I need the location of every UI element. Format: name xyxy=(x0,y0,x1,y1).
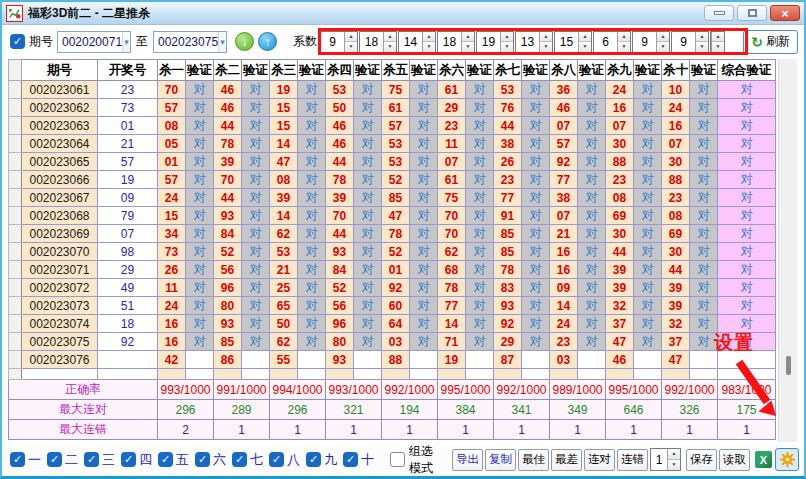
position-checkbox-4[interactable]: ✓ xyxy=(121,452,136,467)
row-header-cell[interactable] xyxy=(9,351,22,369)
coefficient-spinner-10-down-icon[interactable]: ▼ xyxy=(696,42,708,52)
move-up-button[interactable]: ↑ xyxy=(258,32,277,51)
coefficient-spinner-8-value[interactable]: 6 xyxy=(594,32,617,52)
refresh-button[interactable]: ↻ 刷新 xyxy=(743,30,798,54)
coefficient-spinner-6-value[interactable]: 13 xyxy=(516,32,539,52)
coefficient-spinner-10-value[interactable]: 9 xyxy=(672,32,695,52)
coefficient-spinner-3-value[interactable]: 14 xyxy=(399,32,422,52)
coefficient-spinner-1-up-icon[interactable]: ▲ xyxy=(345,32,357,43)
row-header-cell[interactable] xyxy=(9,99,22,117)
row-header-cell[interactable] xyxy=(9,135,22,153)
column-header: 杀十 xyxy=(662,60,690,81)
save-button[interactable]: 保存 xyxy=(686,449,717,471)
coefficient-spinner-2-up-icon[interactable]: ▲ xyxy=(384,32,396,43)
row-header-cell[interactable] xyxy=(9,279,22,297)
copy-button[interactable]: 复制 xyxy=(485,449,516,471)
best-button[interactable]: 最佳 xyxy=(518,449,549,471)
cell-verify: 对 xyxy=(690,207,718,225)
cell-period: 002023062 xyxy=(22,99,98,117)
streak-right-button[interactable]: 连对 xyxy=(584,449,615,471)
coefficient-spinner-6-down-icon[interactable]: ▼ xyxy=(540,42,552,52)
settings-button[interactable] xyxy=(775,448,799,471)
move-down-button[interactable]: ↓ xyxy=(235,32,254,51)
chevron-down-icon[interactable]: ▾ xyxy=(122,32,130,52)
position-checkbox-7[interactable]: ✓ xyxy=(232,452,247,467)
period-checkbox[interactable]: ✓ xyxy=(10,34,25,49)
coefficient-spinner-10-up-icon[interactable]: ▲ xyxy=(696,32,708,43)
row-header-cell[interactable] xyxy=(9,243,22,261)
coefficient-spinner-3-down-icon[interactable]: ▼ xyxy=(423,42,435,52)
position-checkbox-1[interactable]: ✓ xyxy=(10,452,25,467)
row-header-cell[interactable] xyxy=(9,153,22,171)
scrollbar-thumb[interactable] xyxy=(786,356,791,375)
coefficient-spinner-extra-up-icon[interactable]: ▲ xyxy=(712,32,724,43)
coefficient-spinner-7-down-icon[interactable]: ▼ xyxy=(579,42,591,52)
coefficient-spinner-9-value[interactable]: 9 xyxy=(633,32,656,52)
coefficient-spinner-2-down-icon[interactable]: ▼ xyxy=(384,42,396,52)
position-checkbox-9[interactable]: ✓ xyxy=(306,452,321,467)
range-to-combo[interactable]: 002023075 ▾ xyxy=(153,31,227,53)
cell-verify: 对 xyxy=(410,333,438,351)
load-button[interactable]: 读取 xyxy=(719,449,750,471)
cell-kill: 29 xyxy=(438,99,466,117)
cell-kill: 92 xyxy=(382,279,410,297)
row-header-cell[interactable] xyxy=(9,225,22,243)
row-header-cell[interactable] xyxy=(9,333,22,351)
coefficient-spinner-4-value[interactable]: 18 xyxy=(438,32,461,52)
row-header-cell[interactable] xyxy=(9,189,22,207)
coefficient-spinner-9-up-icon[interactable]: ▲ xyxy=(657,32,669,43)
row-header-cell[interactable] xyxy=(9,117,22,135)
position-checkbox-10[interactable]: ✓ xyxy=(343,452,358,467)
coefficient-spinner-1-value[interactable]: 9 xyxy=(321,32,344,52)
close-button[interactable]: × xyxy=(770,5,800,21)
cell-kill: 96 xyxy=(214,279,242,297)
row-header-cell[interactable] xyxy=(9,171,22,189)
cell-kill: 30 xyxy=(606,135,634,153)
count-spinner-value[interactable]: 1 xyxy=(651,449,667,470)
coefficient-spinner-3-up-icon[interactable]: ▲ xyxy=(423,32,435,43)
coefficient-spinner-8-down-icon[interactable]: ▼ xyxy=(618,42,630,52)
export-button[interactable]: 导出 xyxy=(452,449,483,471)
coefficient-spinner-9-down-icon[interactable]: ▼ xyxy=(657,42,669,52)
row-header-cell[interactable] xyxy=(9,207,22,225)
coefficient-spinner-5-up-icon[interactable]: ▲ xyxy=(501,32,513,43)
coefficient-spinner-6-up-icon[interactable]: ▲ xyxy=(540,32,552,43)
coefficient-spinner-7-value[interactable]: 15 xyxy=(555,32,578,52)
maximize-button[interactable] xyxy=(737,5,767,21)
spinner-down-icon[interactable]: ▼ xyxy=(668,460,680,470)
row-header-cell[interactable] xyxy=(9,261,22,279)
worst-button[interactable]: 最差 xyxy=(551,449,582,471)
summary-value: 194 xyxy=(382,400,438,420)
position-checkbox-6[interactable]: ✓ xyxy=(195,452,210,467)
cell-kill: 38 xyxy=(550,189,578,207)
coefficient-spinner-8-up-icon[interactable]: ▲ xyxy=(618,32,630,43)
coefficient-spinner-5-down-icon[interactable]: ▼ xyxy=(501,42,513,52)
coefficient-spinner-extra-down-icon[interactable]: ▼ xyxy=(712,42,724,52)
coefficient-spinner-4-up-icon[interactable]: ▲ xyxy=(462,32,474,43)
excel-icon[interactable]: X xyxy=(755,451,772,468)
position-checkbox-3[interactable]: ✓ xyxy=(84,452,99,467)
row-header-cell[interactable] xyxy=(9,369,22,380)
group-mode-checkbox[interactable] xyxy=(390,452,405,467)
coefficient-spinner-5-value[interactable]: 19 xyxy=(477,32,500,52)
cell-kill: 14 xyxy=(550,297,578,315)
position-checkbox-2[interactable]: ✓ xyxy=(47,452,62,467)
row-header-cell[interactable] xyxy=(9,315,22,333)
coefficient-spinner-2-value[interactable]: 18 xyxy=(360,32,383,52)
cell-verify: 对 xyxy=(634,153,662,171)
streak-wrong-button[interactable]: 连错 xyxy=(617,449,648,471)
cell-verify: 对 xyxy=(242,279,270,297)
coefficient-spinner-4-down-icon[interactable]: ▼ xyxy=(462,42,474,52)
row-header-cell[interactable] xyxy=(9,81,22,99)
range-from-combo[interactable]: 002020071 ▾ xyxy=(57,31,131,53)
vertical-scrollbar[interactable] xyxy=(778,59,797,442)
coefficient-spinner-1-down-icon[interactable]: ▼ xyxy=(345,42,357,52)
chevron-down-icon[interactable]: ▾ xyxy=(218,32,226,52)
table-corner-cell xyxy=(9,60,22,81)
position-checkbox-8[interactable]: ✓ xyxy=(269,452,284,467)
position-checkbox-5[interactable]: ✓ xyxy=(158,452,173,467)
row-header-cell[interactable] xyxy=(9,297,22,315)
spinner-up-icon[interactable]: ▲ xyxy=(668,449,680,460)
coefficient-spinner-7-up-icon[interactable]: ▲ xyxy=(579,32,591,43)
minimize-button[interactable] xyxy=(704,5,734,21)
